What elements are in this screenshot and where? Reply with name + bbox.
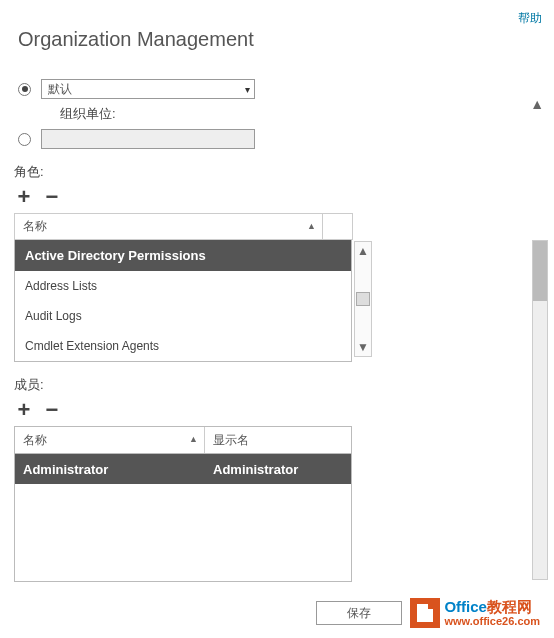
page-scrollbar[interactable] (532, 240, 548, 580)
add-member-icon[interactable]: + (14, 400, 34, 420)
members-header-name[interactable]: 名称 ▲ (15, 427, 205, 453)
roles-list[interactable]: Active Directory Permissions Address Lis… (14, 240, 352, 362)
page-title: Organization Management (18, 28, 554, 51)
watermark-url: www.office26.com (444, 615, 540, 627)
role-row[interactable]: Active Directory Permissions (15, 240, 351, 271)
add-role-icon[interactable]: + (14, 187, 34, 207)
scope-radio-group: 默认 ▾ 组织单位: (18, 79, 554, 149)
roles-table: 名称 ▲ (14, 213, 353, 240)
help-link[interactable]: 帮助 (518, 10, 542, 27)
members-header: 名称 ▲ 显示名 (14, 426, 352, 454)
member-row[interactable]: Administrator Administrator (15, 454, 351, 484)
members-label: 成员: (14, 376, 554, 394)
scroll-down-icon[interactable]: ▼ (357, 338, 369, 356)
remove-role-icon[interactable]: − (42, 187, 62, 207)
scope-dropdown[interactable]: 默认 ▾ (41, 79, 255, 99)
sort-up-icon: ▲ (189, 434, 198, 444)
roles-header-name[interactable]: 名称 ▲ (15, 214, 323, 240)
scope-dropdown-value: 默认 (48, 81, 72, 98)
members-header-display[interactable]: 显示名 (205, 427, 351, 453)
role-row[interactable]: Address Lists (15, 271, 351, 301)
role-row[interactable]: Cmdlet Extension Agents (15, 331, 351, 361)
scroll-up-icon[interactable]: ▲ (357, 242, 369, 260)
ou-input[interactable] (41, 129, 255, 149)
sort-up-icon: ▲ (307, 221, 316, 231)
collapse-caret-icon[interactable]: ▲ (530, 96, 544, 112)
save-button[interactable]: 保存 (316, 601, 402, 625)
member-name: Administrator (15, 462, 205, 477)
chevron-down-icon: ▾ (245, 84, 250, 95)
roles-header-spacer (323, 214, 353, 240)
remove-member-icon[interactable]: − (42, 400, 62, 420)
watermark-logo: Office教程网 www.office26.com (410, 598, 540, 628)
members-list[interactable]: Administrator Administrator (14, 454, 352, 582)
ou-label: 组织单位: (60, 105, 554, 123)
member-display: Administrator (205, 462, 351, 477)
role-row[interactable]: Audit Logs (15, 301, 351, 331)
scope-ou-radio[interactable] (18, 133, 31, 146)
scroll-thumb[interactable] (356, 292, 370, 306)
scope-default-radio[interactable] (18, 83, 31, 96)
roles-label: 角色: (14, 163, 554, 181)
watermark-brand: Office教程网 (444, 599, 540, 616)
watermark-icon (410, 598, 440, 628)
roles-scrollbar[interactable]: ▲ ▼ (354, 241, 372, 357)
